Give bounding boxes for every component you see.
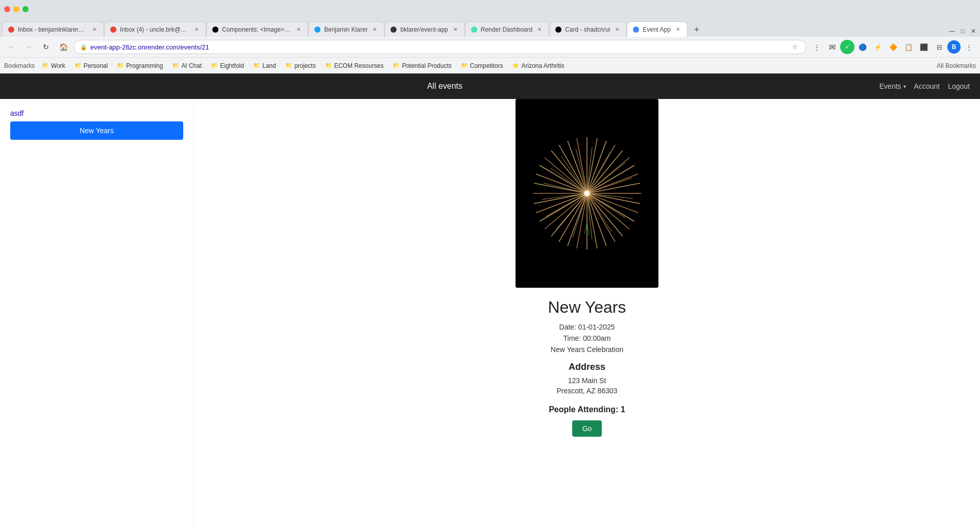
address-bar-row: ← → ↻ 🏠 🔒 event-app-26zc.onrender.com/ev…: [0, 37, 980, 57]
tab-close-icon[interactable]: ✕: [371, 26, 379, 34]
extension-icon-2[interactable]: ✓: [840, 40, 854, 54]
browser-top-bar: [0, 0, 980, 18]
profile-avatar[interactable]: B: [947, 40, 961, 54]
fireworks-svg: [516, 99, 658, 288]
bookmark-ecom[interactable]: 📁 ECOM Resourses: [321, 61, 388, 71]
bookmark-work[interactable]: 📁 Work: [38, 61, 69, 71]
maximize-window-button[interactable]: [22, 6, 29, 12]
account-link[interactable]: Account: [914, 82, 940, 90]
tab-close-icon[interactable]: ✕: [535, 26, 544, 34]
tab-inbox-2[interactable]: Inbox (4) - uncle.brk@gm... ✕: [104, 21, 206, 37]
extension-icon-5[interactable]: 🔶: [886, 40, 900, 54]
app-navbar: All events Events ▾ Account Logout: [0, 73, 980, 99]
extension-icon-1[interactable]: ✉: [825, 40, 839, 54]
tab-components[interactable]: Components: <Image> |... ✕: [206, 21, 308, 37]
forward-button[interactable]: →: [21, 40, 36, 54]
address-bar-actions: ☆: [790, 42, 800, 52]
extensions-icon[interactable]: ⋮: [810, 40, 824, 54]
logout-link[interactable]: Logout: [948, 82, 970, 90]
bookmark-label: Eightfold: [220, 62, 244, 69]
event-detail: New Years Date: 01-01-2025 Time: 00:00am…: [194, 99, 980, 527]
close-icon[interactable]: ✕: [969, 26, 978, 37]
event-time: Time: 00:00am: [564, 334, 611, 342]
tab-render[interactable]: Render Dashboard ✕: [465, 21, 549, 37]
lock-icon: 🔒: [80, 44, 87, 51]
tab-close-icon[interactable]: ✕: [613, 26, 621, 34]
tab-label: Render Dashboard: [481, 26, 532, 33]
bookmark-ai-chat[interactable]: 📁 AI Chat: [168, 61, 206, 71]
tabs-bar: Inbox - benjaminklarer@... ✕ Inbox (4) -…: [0, 18, 980, 37]
tab-label: Card - shadcn/ui: [565, 26, 610, 33]
bookmark-arizona-arthritis[interactable]: ⭐ Arizona Arthritis: [508, 61, 568, 71]
folder-icon: 📁: [253, 62, 260, 69]
bookmark-competitors[interactable]: 📁 Competitors: [457, 61, 507, 71]
bookmark-label: Arizona Arthritis: [521, 62, 564, 69]
svg-point-54: [585, 192, 589, 195]
minimize-window-button[interactable]: [13, 6, 19, 12]
extension-icon-6[interactable]: 📋: [901, 40, 916, 54]
bookmark-star-icon[interactable]: ☆: [790, 42, 800, 52]
bookmark-eightfold[interactable]: 📁 Eightfold: [207, 61, 248, 71]
folder-icon: 📁: [285, 62, 292, 69]
tab-event-app[interactable]: Event App ✕: [627, 21, 688, 37]
event-button-new-years[interactable]: New Years: [10, 121, 183, 140]
extension-icon-3[interactable]: 🔵: [855, 40, 870, 54]
tab-inbox-1[interactable]: Inbox - benjaminklarer@... ✕: [2, 21, 104, 37]
minimize-icon[interactable]: —: [947, 26, 957, 37]
tab-label: Event App: [643, 26, 671, 33]
bookmark-potential-products[interactable]: 📁 Potential Products: [388, 61, 455, 71]
tab-close-icon[interactable]: ✕: [451, 26, 459, 34]
tab-close-icon[interactable]: ✕: [295, 26, 303, 34]
go-button[interactable]: Go: [572, 420, 602, 437]
bookmarks-bar: Bookmarks 📁 Work 📁 Personal 📁 Programmin…: [0, 57, 980, 73]
extension-icon-7[interactable]: ⬛: [917, 40, 931, 54]
app-navbar-title: All events: [10, 82, 879, 91]
tab-label: Inbox - benjaminklarer@...: [18, 26, 87, 33]
tab-close-icon[interactable]: ✕: [90, 26, 99, 34]
app-navbar-links: Events ▾ Account Logout: [879, 82, 970, 90]
event-link-asdf[interactable]: asdf: [10, 109, 183, 117]
bookmark-label: AI Chat: [181, 62, 202, 69]
events-dropdown[interactable]: Events ▾: [879, 82, 906, 90]
bookmark-label: Potential Products: [402, 62, 451, 69]
tab-shadcn[interactable]: Card - shadcn/ui ✕: [549, 21, 627, 37]
bookmark-programming[interactable]: 📁 Programming: [113, 61, 167, 71]
bookmark-label: projects: [295, 62, 316, 69]
reload-button[interactable]: ↻: [39, 40, 53, 54]
tab-favicon-shadcn: [555, 26, 562, 33]
bookmark-land[interactable]: 📁 Land: [249, 61, 280, 71]
tab-favicon-components: [212, 26, 219, 33]
folder-icon: 📁: [42, 62, 49, 69]
event-description: New Years Celebration: [551, 345, 623, 354]
main-layout: asdf New Years: [0, 99, 980, 527]
new-tab-button[interactable]: +: [690, 22, 704, 37]
extension-icon-4[interactable]: ⚡: [871, 40, 885, 54]
split-view-icon[interactable]: ⊟: [932, 40, 946, 54]
bookmark-label: Land: [262, 62, 276, 69]
home-button[interactable]: 🏠: [56, 40, 70, 54]
bookmark-label: Competitors: [470, 62, 503, 69]
browser-chrome: Inbox - benjaminklarer@... ✕ Inbox (4) -…: [0, 0, 980, 73]
folder-icon: 📁: [461, 62, 468, 69]
bookmark-projects[interactable]: 📁 projects: [281, 61, 320, 71]
tab-favicon-twitter: [314, 26, 321, 33]
event-address-line2: Prescott, AZ 86303: [556, 387, 617, 395]
event-date: Date: 01-01-2025: [559, 323, 615, 331]
star-icon: ⭐: [512, 62, 519, 69]
tab-favicon-event-app: [632, 26, 640, 33]
restore-icon[interactable]: □: [959, 26, 967, 37]
menu-icon[interactable]: ⋮: [962, 40, 976, 54]
folder-icon: 📁: [211, 62, 218, 69]
bookmarks-right: All Bookmarks: [937, 62, 976, 69]
tab-benjamin[interactable]: Benjamin Klarer ✕: [308, 21, 384, 37]
tab-github[interactable]: bklarer/event-app ✕: [384, 21, 464, 37]
bookmark-label: Personal: [84, 62, 108, 69]
tab-label: Benjamin Klarer: [324, 26, 368, 33]
close-window-button[interactable]: [4, 6, 10, 12]
tab-close-icon[interactable]: ✕: [674, 26, 682, 34]
event-address-line1: 123 Main St: [568, 377, 606, 385]
tab-close-icon[interactable]: ✕: [192, 26, 201, 34]
back-button[interactable]: ←: [4, 40, 18, 54]
bookmark-personal[interactable]: 📁 Personal: [70, 61, 112, 71]
address-bar[interactable]: 🔒 event-app-26zc.onrender.com/events/21 …: [74, 40, 806, 54]
